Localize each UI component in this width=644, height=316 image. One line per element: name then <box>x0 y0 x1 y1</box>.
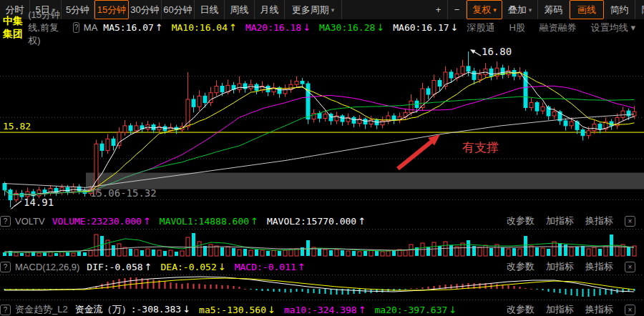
volume-pane-actions: 改参数 加指标 换指标 × <box>507 214 644 227</box>
fund-ma10-value: ma10:-324.398↑ <box>284 305 366 315</box>
zoom-out-button[interactable]: − <box>448 0 467 19</box>
ma5-value: MA5:16.07↑ <box>103 22 162 33</box>
fund-ma20-value: ma20:-397.637↓ <box>375 305 457 315</box>
ma60-value: MA60:16.17↓ <box>393 22 458 33</box>
chevron-down-icon: ▾ <box>493 6 497 14</box>
stock-info-bar: 中集集团 (15分钟线,前复权) ? MA MA5:16.07↑ MA10:16… <box>0 19 644 36</box>
period-tab-30min[interactable]: 30分钟 <box>129 0 162 19</box>
dea-value: DEA:-0.052↓ <box>161 262 226 272</box>
chevron-down-icon: ▾ <box>529 6 532 14</box>
trend-up-icon: ↑ <box>250 216 258 227</box>
close-icon[interactable]: × <box>625 216 635 227</box>
macd-pane-header: ? MACD(12,26,9) DIF:-0.058↑ DEA:-0.052↓ … <box>0 259 644 275</box>
chart-subtitle: (15分钟线,前复权) <box>28 9 67 47</box>
toolbar-right-group: + − 复权▾ 叠加▾ 筹码 画线 简约 隐藏 <box>429 0 644 19</box>
ref-price-label: 15.82 <box>3 121 31 132</box>
gap-range-label: 15.06-15.32 <box>90 187 157 199</box>
mavol1-value: MAVOL1:14888.600↑ <box>160 216 258 227</box>
high-price-label: 16.80 <box>482 46 512 57</box>
help-icon[interactable]: ? <box>0 216 11 227</box>
draw-line-button[interactable]: 画线 <box>570 0 604 19</box>
add-indicator-button[interactable]: 加指标 <box>546 214 574 227</box>
mavol2-value: MAVOL2:15770.000↑ <box>267 216 366 227</box>
help-icon[interactable]: ? <box>0 305 11 315</box>
ma-settings-button[interactable]: 设置均线 ▾ <box>591 21 635 34</box>
trend-up-icon: ↑ <box>143 216 151 227</box>
help-icon[interactable]: ? <box>73 22 79 33</box>
volume-pane-header: ? VOLTV VOLUME:23230.000↑ MAVOL1:14888.6… <box>0 213 644 229</box>
trend-down-icon: ↓ <box>268 305 275 315</box>
adjust-price-button[interactable]: 复权▾ <box>467 0 502 19</box>
stock-name: 中集集团 <box>3 15 24 41</box>
chevron-down-icon: ▾ <box>331 6 335 14</box>
period-toolbar: 分时 5日▾ 5分钟 15分钟 30分钟 60分钟 日线 周线 月线 更多周期▾… <box>0 0 644 20</box>
change-params-button[interactable]: 改参数 <box>507 260 535 273</box>
trend-up-icon: ↑ <box>358 305 366 315</box>
hide-button[interactable]: 隐藏 <box>635 0 644 19</box>
market-links: 深股通 H股 融资融券 设置均线 ▾ <box>467 21 644 34</box>
indicator-name: MA <box>84 22 98 33</box>
period-tab-15min[interactable]: 15分钟 <box>94 0 129 19</box>
help-icon[interactable]: ? <box>0 262 11 272</box>
trend-down-icon: ↓ <box>376 22 384 33</box>
fund-ma5-value: ma5:-130.560↓ <box>199 305 275 315</box>
ma10-value: MA10:16.04↑ <box>172 22 237 33</box>
zoom-in-button[interactable]: + <box>429 0 448 19</box>
macd-value: MACD:-0.011↑ <box>235 262 306 272</box>
close-icon[interactable]: × <box>625 262 635 272</box>
volume-indicator-name: VOLTV <box>15 216 45 227</box>
volume-value: VOLUME:23230.000↑ <box>52 216 151 227</box>
fund-indicator-name: 资金趋势_L2 <box>15 303 68 316</box>
link-h-share[interactable]: H股 <box>509 21 525 34</box>
close-icon[interactable]: × <box>625 305 635 315</box>
trend-down-icon: ↓ <box>449 305 457 315</box>
change-params-button[interactable]: 改参数 <box>507 303 535 316</box>
trend-up-icon: ↑ <box>155 22 163 33</box>
period-tab-more[interactable]: 更多周期▾ <box>285 0 342 19</box>
ma30-value: MA30:16.28↓ <box>319 22 384 33</box>
period-tab-weekly[interactable]: 周线 <box>225 0 255 19</box>
ma20-value: MA20:16.18↓ <box>245 22 311 33</box>
simple-mode-button[interactable]: 简约 <box>604 0 635 19</box>
trend-down-icon: ↓ <box>182 304 190 315</box>
trend-down-icon: ↓ <box>218 262 226 272</box>
trend-up-icon: ↑ <box>229 22 237 33</box>
stock-app-window: 分时 5日▾ 5分钟 15分钟 30分钟 60分钟 日线 周线 月线 更多周期▾… <box>0 0 644 316</box>
trend-down-icon: ↓ <box>303 22 311 33</box>
fund-flow-value: 资金流（万）:-308.383↓ <box>75 303 190 316</box>
support-annotation-text: 有支撑 <box>462 139 499 156</box>
trend-up-icon: ↑ <box>298 262 306 272</box>
dif-value: DIF:-0.058↑ <box>87 262 152 272</box>
period-tab-monthly[interactable]: 月线 <box>255 0 285 19</box>
macd-indicator-name: MACD(12,26,9) <box>15 262 79 272</box>
add-indicator-button[interactable]: 加指标 <box>546 303 574 316</box>
switch-indicator-button[interactable]: 换指标 <box>585 214 613 227</box>
chevron-down-icon: ▾ <box>630 22 635 33</box>
switch-indicator-button[interactable]: 换指标 <box>585 260 613 273</box>
change-params-button[interactable]: 改参数 <box>507 214 535 227</box>
macd-pane-actions: 改参数 加指标 换指标 × <box>507 260 644 273</box>
trend-down-icon: ↓ <box>451 22 459 33</box>
fund-pane-header: ? 资金趋势_L2 资金流（万）:-308.383↓ ma5:-130.560↓… <box>0 303 644 316</box>
link-margin-trading[interactable]: 融资融券 <box>540 21 577 34</box>
period-tab-daily[interactable]: 日线 <box>195 0 225 19</box>
switch-indicator-button[interactable]: 换指标 <box>585 303 613 316</box>
fund-pane-actions: 改参数 加指标 换指标 × <box>507 303 644 316</box>
chips-button[interactable]: 筹码 <box>538 0 570 19</box>
trend-up-icon: ↑ <box>145 262 152 272</box>
add-indicator-button[interactable]: 加指标 <box>546 260 574 273</box>
link-szhk-connect[interactable]: 深股通 <box>467 21 494 34</box>
period-tab-60min[interactable]: 60分钟 <box>162 0 195 19</box>
low-price-label: 14.91 <box>24 197 54 208</box>
trend-up-icon: ↑ <box>358 216 366 227</box>
overlay-button[interactable]: 叠加▾ <box>502 0 538 19</box>
